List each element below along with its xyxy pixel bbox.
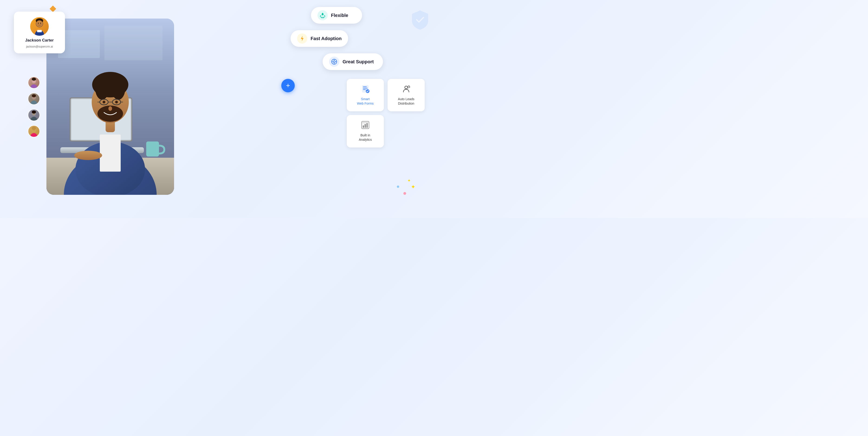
svg-rect-44 bbox=[146, 141, 159, 157]
svg-rect-63 bbox=[365, 124, 366, 128]
svg-rect-53 bbox=[363, 87, 367, 87]
svg-rect-64 bbox=[367, 123, 368, 128]
svg-point-41 bbox=[102, 101, 105, 103]
svg-point-45 bbox=[74, 151, 102, 160]
svg-point-11 bbox=[32, 94, 36, 97]
svg-point-47 bbox=[333, 61, 335, 63]
dot-decoration-3 bbox=[403, 192, 406, 195]
svg-point-56 bbox=[366, 89, 370, 93]
avatar-list bbox=[28, 76, 40, 137]
star-decoration-1: ✦ bbox=[411, 184, 415, 190]
avatar-item-4 bbox=[28, 125, 40, 137]
feature-grid: SmartWeb Forms Auto LeadsDistribution bbox=[347, 79, 425, 147]
smart-web-forms-icon bbox=[361, 85, 370, 95]
svg-rect-55 bbox=[363, 89, 366, 90]
svg-point-33 bbox=[95, 76, 109, 100]
svg-point-43 bbox=[108, 106, 112, 111]
smart-web-forms-card[interactable]: SmartWeb Forms bbox=[347, 79, 384, 111]
dot-decoration-4 bbox=[397, 186, 399, 188]
fast-adoption-pill: Fast Adoption bbox=[290, 30, 348, 47]
auto-leads-distribution-label: Auto LeadsDistribution bbox=[398, 97, 414, 105]
avatar bbox=[30, 17, 49, 36]
svg-rect-20 bbox=[104, 26, 162, 60]
svg-rect-29 bbox=[100, 135, 121, 172]
avatar-item-3 bbox=[28, 109, 40, 121]
great-support-label: Great Support bbox=[343, 59, 374, 64]
flexible-icon bbox=[317, 10, 328, 21]
svg-line-59 bbox=[408, 86, 409, 86]
shield-decoration bbox=[411, 9, 429, 30]
svg-rect-5 bbox=[37, 30, 42, 32]
svg-point-14 bbox=[32, 111, 36, 114]
built-in-analytics-card[interactable]: Built inAnalytics bbox=[347, 115, 384, 147]
diamond-decoration-1 bbox=[50, 6, 56, 12]
great-support-pill: Great Support bbox=[322, 53, 383, 70]
svg-point-34 bbox=[112, 76, 125, 100]
flexible-label: Flexible bbox=[331, 13, 348, 18]
svg-point-57 bbox=[405, 86, 407, 89]
fast-adoption-label: Fast Adoption bbox=[311, 36, 342, 41]
star-decoration-2: ✦ bbox=[407, 178, 411, 183]
svg-point-2 bbox=[36, 21, 43, 27]
profile-name: Jackson Carter bbox=[25, 38, 54, 43]
svg-point-3 bbox=[38, 23, 39, 24]
plus-button[interactable]: + bbox=[281, 79, 295, 92]
hero-photo bbox=[46, 19, 174, 195]
svg-point-4 bbox=[40, 23, 41, 24]
plus-icon: + bbox=[286, 81, 290, 90]
svg-rect-54 bbox=[363, 88, 368, 89]
auto-leads-distribution-icon bbox=[402, 85, 410, 95]
smart-web-forms-label: SmartWeb Forms bbox=[357, 97, 374, 105]
built-in-analytics-label: Built inAnalytics bbox=[359, 133, 372, 141]
main-scene: Jackson Carter jackson@supercrm.ai bbox=[0, 0, 434, 218]
fast-adoption-icon bbox=[297, 33, 307, 44]
auto-leads-distribution-card[interactable]: Auto LeadsDistribution bbox=[388, 79, 425, 111]
built-in-analytics-icon bbox=[361, 121, 370, 131]
svg-point-42 bbox=[115, 101, 118, 103]
svg-point-58 bbox=[407, 86, 409, 88]
great-support-icon bbox=[329, 57, 339, 67]
profile-email: jackson@supercrm.ai bbox=[26, 45, 53, 48]
avatar-item-2 bbox=[28, 93, 40, 105]
svg-rect-62 bbox=[363, 126, 364, 128]
svg-point-17 bbox=[32, 127, 36, 130]
avatar-item-1 bbox=[28, 76, 40, 89]
svg-point-8 bbox=[32, 78, 36, 81]
profile-card: Jackson Carter jackson@supercrm.ai bbox=[14, 11, 65, 53]
flexible-pill: Flexible bbox=[311, 7, 362, 24]
